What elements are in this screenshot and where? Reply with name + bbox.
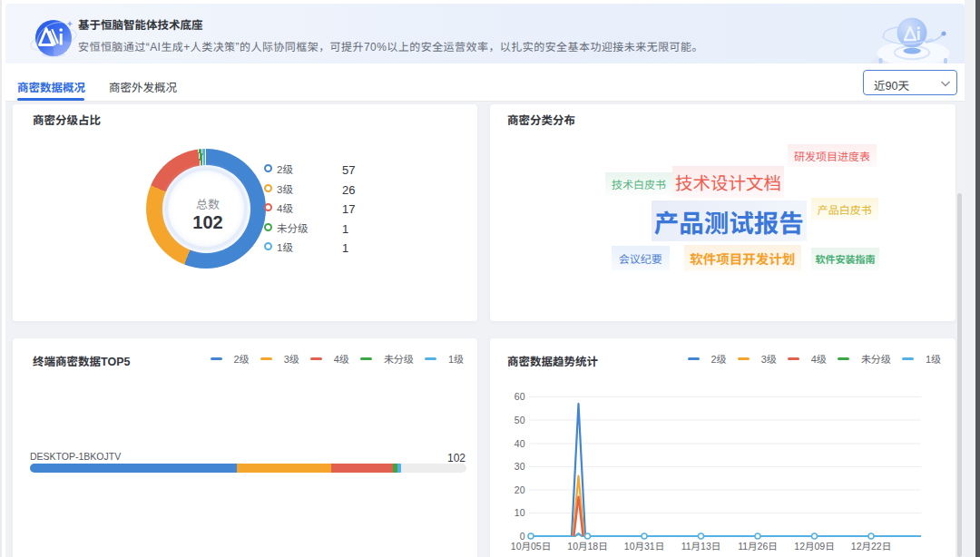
svg-text:60: 60 xyxy=(514,389,525,403)
svg-text:10月31日: 10月31日 xyxy=(624,539,664,552)
svg-text:12月09日: 12月09日 xyxy=(794,539,834,552)
svg-text:12月22日: 12月22日 xyxy=(851,539,891,552)
svg-text:11月13日: 11月13日 xyxy=(681,539,721,552)
svg-text:10月18日: 10月18日 xyxy=(567,539,607,552)
svg-text:50: 50 xyxy=(514,413,525,426)
svg-text:10: 10 xyxy=(514,505,525,519)
svg-text:20: 20 xyxy=(514,483,525,496)
svg-text:11月26日: 11月26日 xyxy=(738,539,778,552)
svg-text:30: 30 xyxy=(514,459,525,473)
svg-text:10月05日: 10月05日 xyxy=(511,539,551,552)
svg-text:40: 40 xyxy=(514,436,525,450)
